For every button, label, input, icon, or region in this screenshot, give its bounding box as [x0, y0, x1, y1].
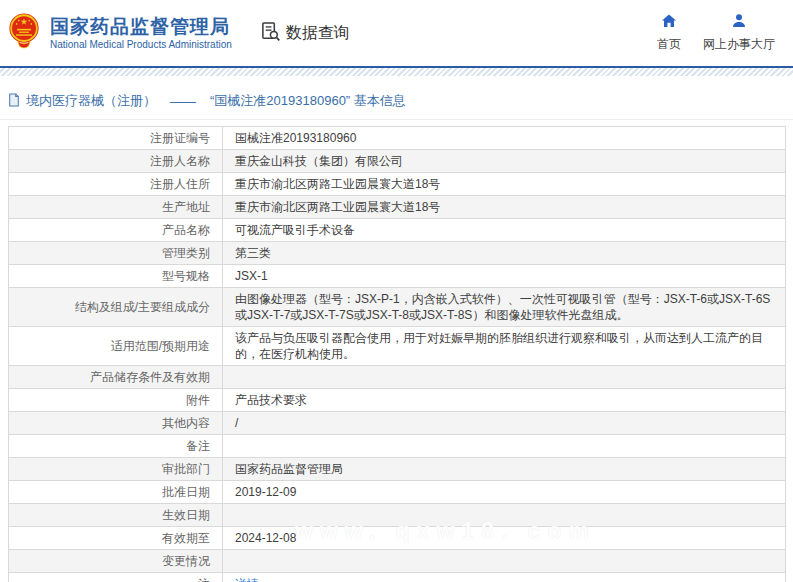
- row-value: [223, 366, 785, 388]
- site-header: 国家药品监督管理局 National Medical Products Admi…: [0, 0, 793, 68]
- row-value: 可视流产吸引手术设备: [223, 219, 785, 241]
- row-label: 适用范围/预期用途: [9, 327, 223, 365]
- nav-item-home[interactable]: 首页: [657, 13, 681, 53]
- row-label: 产品储存条件及有效期: [9, 366, 223, 388]
- table-row: 附件产品技术要求: [9, 389, 785, 412]
- row-value: [223, 550, 785, 572]
- table-row: 注册人住所重庆市渝北区两路工业园晨寰大道18号: [9, 173, 785, 196]
- row-label: 变更情况: [9, 550, 223, 572]
- info-table: 注册证编号国械注准20193180960注册人名称重庆金山科技（集团）有限公司注…: [8, 126, 786, 582]
- row-value: JSX-1: [223, 265, 785, 287]
- nav-item-service-hall[interactable]: 网上办事大厅: [703, 13, 775, 53]
- org-title-block: 国家药品监督管理局 National Medical Products Admi…: [50, 17, 232, 50]
- row-value: 详情: [223, 573, 785, 582]
- row-label: 生效日期: [9, 504, 223, 526]
- table-row: 型号规格JSX-1: [9, 265, 785, 288]
- breadcrumb-category: 境内医疗器械（注册）: [26, 92, 156, 110]
- row-value: 第三类: [223, 242, 785, 264]
- national-emblem-logo: [8, 10, 40, 56]
- nav-item-label: 网上办事大厅: [703, 36, 775, 53]
- header-hatch-strip: [0, 68, 793, 76]
- table-row: ●注详情: [9, 573, 785, 582]
- row-value: 2019-12-09: [223, 481, 785, 503]
- row-value: 由图像处理器（型号：JSX-P-1，内含嵌入式软件）、一次性可视吸引管（型号：J…: [223, 288, 785, 326]
- row-value: [223, 435, 785, 457]
- row-label: 注册人住所: [9, 173, 223, 195]
- data-query-title: 数据查询: [286, 23, 350, 44]
- table-row: 注册人名称重庆金山科技（集团）有限公司: [9, 150, 785, 173]
- row-value: [223, 504, 785, 526]
- table-row: 批准日期2019-12-09: [9, 481, 785, 504]
- row-label: 产品名称: [9, 219, 223, 241]
- row-value: 重庆市渝北区两路工业园晨寰大道18号: [223, 173, 785, 195]
- table-row: 产品储存条件及有效期: [9, 366, 785, 389]
- table-row: 其他内容/: [9, 412, 785, 435]
- row-value: 国械注准20193180960: [223, 127, 785, 149]
- table-row: 变更情况: [9, 550, 785, 573]
- row-label: 备注: [9, 435, 223, 457]
- breadcrumb-detail: “国械注准20193180960” 基本信息: [210, 92, 406, 110]
- row-label: 有效期至: [9, 527, 223, 549]
- table-row: 生产地址重庆市渝北区两路工业园晨寰大道18号: [9, 196, 785, 219]
- row-label: 生产地址: [9, 196, 223, 218]
- row-label: 结构及组成/主要组成成分: [9, 288, 223, 326]
- document-icon: [8, 93, 20, 110]
- table-row: 产品名称可视流产吸引手术设备: [9, 219, 785, 242]
- row-label: 批准日期: [9, 481, 223, 503]
- table-row: 备注: [9, 435, 785, 458]
- header-nav: 首页 网上办事大厅: [657, 13, 775, 53]
- row-value: 该产品与负压吸引器配合使用，用于对妊娠早期的胚胎组织进行观察和吸引，从而达到人工…: [223, 327, 785, 365]
- row-value: 重庆金山科技（集团）有限公司: [223, 150, 785, 172]
- home-icon: [661, 13, 677, 32]
- row-value: 国家药品监督管理局: [223, 458, 785, 480]
- row-label: 注册证编号: [9, 127, 223, 149]
- row-label: 注册人名称: [9, 150, 223, 172]
- row-label: 附件: [9, 389, 223, 411]
- table-row: 审批部门国家药品监督管理局: [9, 458, 785, 481]
- row-label: 管理类别: [9, 242, 223, 264]
- row-value: 产品技术要求: [223, 389, 785, 411]
- row-value: 2024-12-08: [223, 527, 785, 549]
- table-row: 注册证编号国械注准20193180960: [9, 127, 785, 150]
- row-label: ●注: [9, 573, 223, 582]
- detail-link[interactable]: 详情: [235, 576, 259, 582]
- row-label: 其他内容: [9, 412, 223, 434]
- data-query-section: 数据查询: [260, 21, 350, 46]
- table-row: 结构及组成/主要组成成分由图像处理器（型号：JSX-P-1，内含嵌入式软件）、一…: [9, 288, 785, 327]
- row-value: /: [223, 412, 785, 434]
- person-icon: [731, 13, 747, 32]
- table-row: 管理类别第三类: [9, 242, 785, 265]
- org-name-en: National Medical Products Administration: [50, 40, 232, 50]
- breadcrumb-separator: ——: [170, 94, 196, 109]
- row-value: 重庆市渝北区两路工业园晨寰大道18号: [223, 196, 785, 218]
- nav-item-label: 首页: [657, 36, 681, 53]
- table-row: 有效期至2024-12-08: [9, 527, 785, 550]
- row-label: 审批部门: [9, 458, 223, 480]
- table-row: 生效日期: [9, 504, 785, 527]
- table-row: 适用范围/预期用途该产品与负压吸引器配合使用，用于对妊娠早期的胚胎组织进行观察和…: [9, 327, 785, 366]
- org-name-cn: 国家药品监督管理局: [50, 17, 232, 36]
- row-label: 型号规格: [9, 265, 223, 287]
- breadcrumb: 境内医疗器械（注册） —— “国械注准20193180960” 基本信息: [0, 86, 793, 120]
- data-query-icon: [260, 21, 281, 46]
